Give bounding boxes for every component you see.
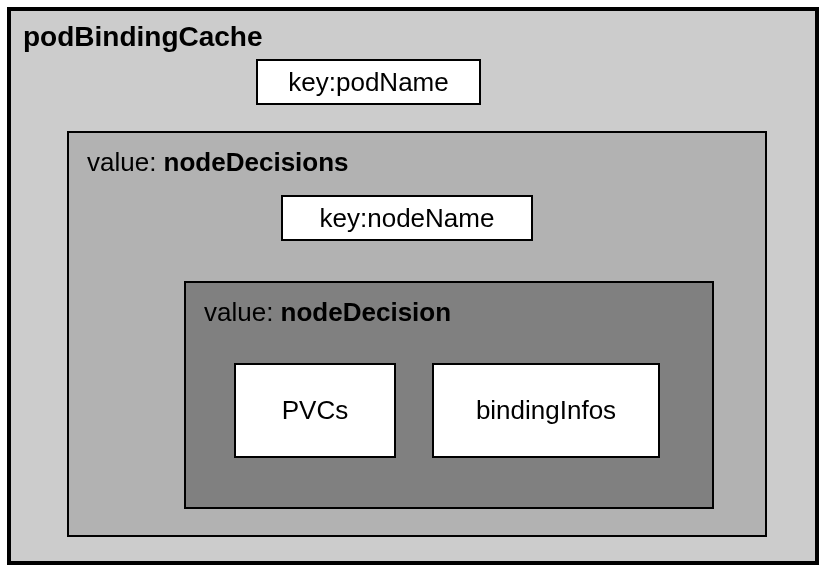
node-decisions-container: value: nodeDecisions key: nodeName value… <box>67 131 767 537</box>
inner-value-prefix: value: <box>204 297 281 327</box>
node-decision-title: value: nodeDecision <box>204 297 451 328</box>
middle-value-name: nodeDecisions <box>164 147 349 177</box>
middle-key-prefix: key: <box>320 203 368 234</box>
outer-key-value: podName <box>336 67 449 98</box>
node-decision-container: value: nodeDecision PVCs bindingInfos <box>184 281 714 509</box>
outer-key-box: key: podName <box>256 59 481 105</box>
inner-value-name: nodeDecision <box>281 297 451 327</box>
middle-key-value: nodeName <box>367 203 494 234</box>
pvcs-box: PVCs <box>234 363 396 458</box>
pod-binding-cache-title: podBindingCache <box>23 21 263 53</box>
middle-value-prefix: value: <box>87 147 164 177</box>
node-decisions-title: value: nodeDecisions <box>87 147 349 178</box>
outer-key-prefix: key: <box>288 67 336 98</box>
pod-binding-cache-container: podBindingCache key: podName value: node… <box>7 7 819 565</box>
binding-infos-box: bindingInfos <box>432 363 660 458</box>
middle-key-box: key: nodeName <box>281 195 533 241</box>
